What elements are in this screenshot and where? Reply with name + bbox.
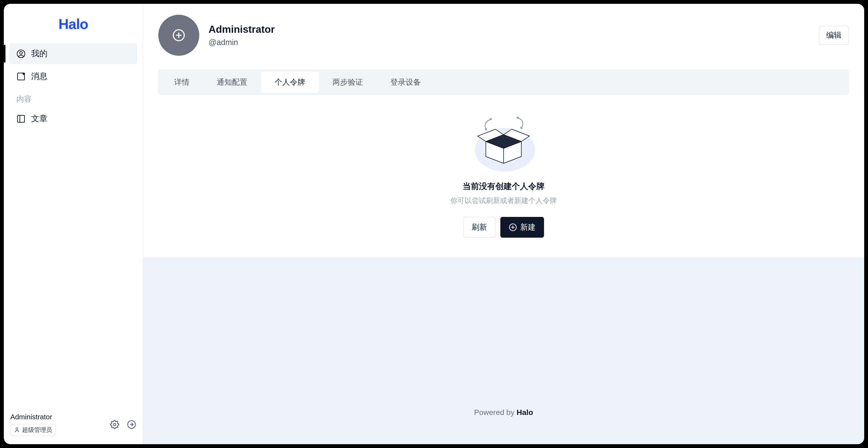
refresh-button[interactable]: 刷新 xyxy=(463,217,495,238)
create-button[interactable]: 新建 xyxy=(500,217,544,238)
profile-header: Administrator @admin 编辑 xyxy=(143,4,864,64)
empty-subtitle: 你可以尝试刷新或者新建个人令牌 xyxy=(451,196,557,205)
sidebar-item-profile[interactable]: 我的 xyxy=(9,43,137,64)
tab-details[interactable]: 详情 xyxy=(160,71,203,93)
display-name: Administrator xyxy=(209,24,810,35)
logo[interactable]: Halo xyxy=(58,16,88,32)
sidebar-item-label: 我的 xyxy=(31,48,48,59)
tabs: 详情 通知配置 个人令牌 两步验证 登录设备 xyxy=(158,69,849,95)
edit-button[interactable]: 编辑 xyxy=(819,26,849,44)
footer-user-name: Administrator xyxy=(10,413,56,421)
plus-circle-icon xyxy=(509,223,517,231)
role-badge: 超级管理员 xyxy=(10,424,56,436)
layout-icon xyxy=(17,114,26,123)
tab-login-devices[interactable]: 登录设备 xyxy=(377,71,435,93)
tab-2fa[interactable]: 两步验证 xyxy=(319,71,377,93)
empty-title: 当前没有创建个人令牌 xyxy=(463,181,545,192)
svg-point-6 xyxy=(16,428,18,430)
svg-rect-4 xyxy=(18,115,25,122)
sidebar-item-messages[interactable]: 消息 xyxy=(9,66,137,87)
footer-icons xyxy=(110,420,136,429)
footer-text: Powered by Halo xyxy=(474,408,533,417)
empty-box-icon xyxy=(469,114,538,172)
footer-brand[interactable]: Halo xyxy=(517,408,533,417)
user-handle: @admin xyxy=(209,38,810,47)
user-circle-icon xyxy=(17,49,26,58)
svg-point-21 xyxy=(517,117,519,119)
svg-point-3 xyxy=(23,72,25,75)
plus-circle-icon xyxy=(172,29,185,42)
svg-point-20 xyxy=(485,128,487,130)
main: Administrator @admin 编辑 详情 通知配置 个人令牌 两步验… xyxy=(143,4,864,444)
content-area: 当前没有创建个人令牌 你可以尝试刷新或者新建个人令牌 刷新 新建 xyxy=(143,95,864,257)
app-window: Halo 我的 消息 内容 文章 xyxy=(4,4,864,444)
sidebar-item-label: 文章 xyxy=(31,113,48,124)
create-button-label: 新建 xyxy=(520,222,535,233)
svg-point-19 xyxy=(490,118,492,120)
user-role-icon xyxy=(14,427,20,433)
avatar-upload[interactable] xyxy=(158,15,199,56)
footer-prefix: Powered by xyxy=(474,408,517,417)
gear-icon[interactable] xyxy=(110,420,119,429)
sidebar-group-label-content: 内容 xyxy=(9,89,137,108)
svg-point-7 xyxy=(114,423,116,426)
svg-point-1 xyxy=(20,51,22,54)
svg-point-22 xyxy=(520,127,522,129)
empty-state: 当前没有创建个人令牌 你可以尝试刷新或者新建个人令牌 刷新 新建 xyxy=(158,114,849,238)
bell-square-icon xyxy=(17,72,26,81)
user-block[interactable]: Administrator 超级管理员 xyxy=(10,413,56,436)
empty-actions: 刷新 新建 xyxy=(463,217,544,238)
role-badge-label: 超级管理员 xyxy=(22,426,52,434)
sidebar-item-posts[interactable]: 文章 xyxy=(9,108,137,129)
sidebar-item-label: 消息 xyxy=(31,71,48,82)
logo-area: Halo xyxy=(4,4,143,43)
tab-personal-tokens[interactable]: 个人令牌 xyxy=(261,71,319,93)
page-footer: Powered by Halo xyxy=(143,257,864,444)
logout-icon[interactable] xyxy=(127,420,136,429)
sidebar: Halo 我的 消息 内容 文章 xyxy=(4,4,143,444)
tab-notifications[interactable]: 通知配置 xyxy=(203,71,261,93)
sidebar-footer: Administrator 超级管理员 xyxy=(4,407,143,444)
identity: Administrator @admin xyxy=(209,24,810,47)
sidebar-nav: 我的 消息 内容 文章 xyxy=(4,43,143,407)
